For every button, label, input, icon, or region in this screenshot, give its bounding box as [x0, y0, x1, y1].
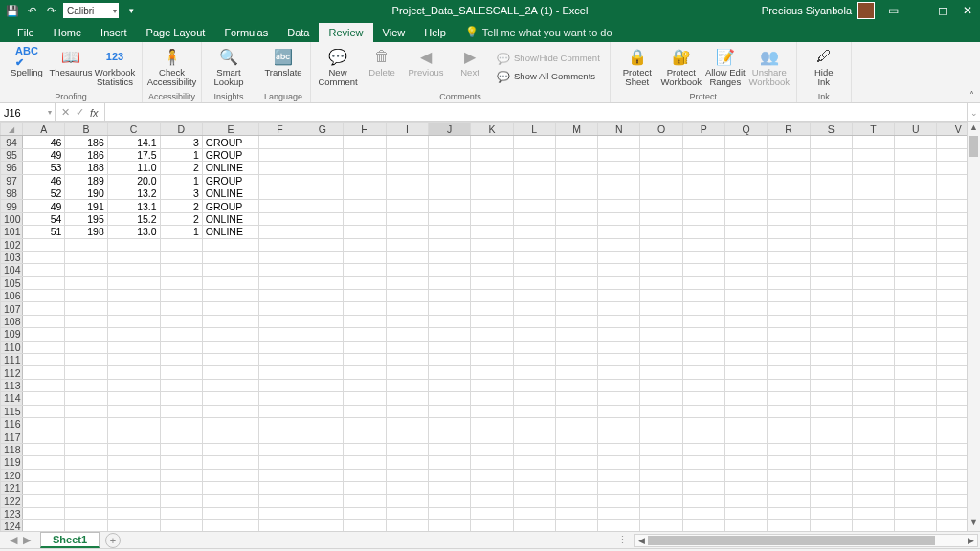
cell[interactable] [344, 136, 386, 148]
cell[interactable] [301, 136, 344, 148]
row-header[interactable]: 95 [1, 148, 23, 161]
cell[interactable] [768, 238, 810, 251]
cell[interactable] [640, 481, 682, 494]
cell[interactable] [682, 481, 724, 494]
cell[interactable] [386, 226, 428, 238]
cell[interactable] [386, 238, 428, 251]
cell[interactable] [429, 469, 471, 481]
cell[interactable] [598, 276, 640, 289]
cell[interactable]: 188 [65, 162, 107, 174]
cell[interactable] [768, 302, 810, 315]
cell[interactable] [471, 507, 513, 519]
cell[interactable]: 190 [65, 187, 107, 199]
cell[interactable] [682, 341, 724, 353]
cell[interactable] [344, 405, 386, 417]
cell[interactable] [768, 354, 810, 366]
cell[interactable]: ONLINE [202, 162, 258, 174]
cell[interactable] [768, 366, 810, 379]
cell[interactable]: ONLINE [202, 226, 258, 238]
cell[interactable] [640, 520, 682, 531]
row-header[interactable]: 94 [1, 136, 23, 148]
cell[interactable] [555, 200, 597, 212]
cell[interactable] [429, 212, 471, 225]
cell[interactable] [768, 200, 810, 212]
cell[interactable] [810, 392, 852, 405]
cell[interactable] [386, 443, 428, 455]
cell[interactable] [386, 212, 428, 225]
spelling-button[interactable]: ABC✔Spelling [6, 44, 48, 77]
cell[interactable] [640, 354, 682, 366]
cell[interactable] [65, 302, 107, 315]
cell[interactable] [640, 495, 682, 507]
cell[interactable] [852, 341, 894, 353]
cell[interactable] [23, 481, 65, 494]
cell[interactable] [895, 226, 937, 238]
cell[interactable] [513, 443, 555, 455]
row-header[interactable]: 99 [1, 200, 23, 212]
cell[interactable] [160, 430, 202, 443]
cell[interactable] [895, 417, 937, 430]
cell[interactable] [640, 276, 682, 289]
cell[interactable]: 52 [23, 187, 65, 199]
cell[interactable] [471, 405, 513, 417]
cell[interactable] [555, 430, 597, 443]
cell[interactable] [65, 276, 107, 289]
cell[interactable] [682, 276, 724, 289]
sheet-nav-prev-icon[interactable]: ◀ [10, 534, 17, 546]
hscroll-right-icon[interactable]: ▶ [964, 536, 977, 545]
cell[interactable] [725, 226, 768, 238]
cell[interactable] [810, 136, 852, 148]
cell[interactable] [768, 469, 810, 481]
cell[interactable] [640, 507, 682, 519]
cell[interactable] [852, 392, 894, 405]
cell[interactable] [107, 456, 160, 469]
cell[interactable] [895, 520, 937, 531]
tab-view[interactable]: View [373, 23, 415, 42]
cell[interactable] [937, 366, 967, 379]
cell[interactable] [682, 507, 724, 519]
cell[interactable] [555, 366, 597, 379]
cell[interactable] [598, 302, 640, 315]
cell[interactable] [513, 392, 555, 405]
cell[interactable] [555, 354, 597, 366]
cell[interactable] [640, 430, 682, 443]
cell[interactable] [768, 495, 810, 507]
cell[interactable] [160, 417, 202, 430]
row-header[interactable]: 111 [1, 354, 23, 366]
cell[interactable] [202, 251, 258, 263]
row-header[interactable]: 122 [1, 495, 23, 507]
cell[interactable] [725, 328, 768, 341]
cell[interactable] [344, 443, 386, 455]
cell[interactable] [258, 162, 301, 174]
cell[interactable] [386, 302, 428, 315]
cell[interactable] [429, 302, 471, 315]
col-header-H[interactable]: H [344, 123, 386, 136]
cell[interactable] [555, 495, 597, 507]
cell[interactable] [513, 136, 555, 148]
cell[interactable] [301, 264, 344, 276]
cell[interactable] [471, 417, 513, 430]
cell[interactable] [258, 251, 301, 263]
cell[interactable] [895, 354, 937, 366]
cell[interactable] [810, 328, 852, 341]
col-header-R[interactable]: R [768, 123, 810, 136]
col-header-K[interactable]: K [471, 123, 513, 136]
cell[interactable] [429, 148, 471, 161]
hscroll-left-icon[interactable]: ◀ [635, 536, 648, 545]
cell[interactable] [895, 507, 937, 519]
cell[interactable]: GROUP [202, 174, 258, 187]
cell[interactable] [107, 520, 160, 531]
cell[interactable] [682, 495, 724, 507]
cell[interactable] [344, 481, 386, 494]
cell[interactable] [725, 148, 768, 161]
cell[interactable] [810, 417, 852, 430]
row-header[interactable]: 124 [1, 520, 23, 531]
cell[interactable] [471, 226, 513, 238]
user-account[interactable]: Precious Siyanbola [762, 2, 875, 19]
cell[interactable] [301, 251, 344, 263]
cell[interactable] [555, 392, 597, 405]
row-header[interactable]: 97 [1, 174, 23, 187]
cell[interactable] [23, 507, 65, 519]
cell[interactable] [852, 417, 894, 430]
col-header-O[interactable]: O [640, 123, 682, 136]
